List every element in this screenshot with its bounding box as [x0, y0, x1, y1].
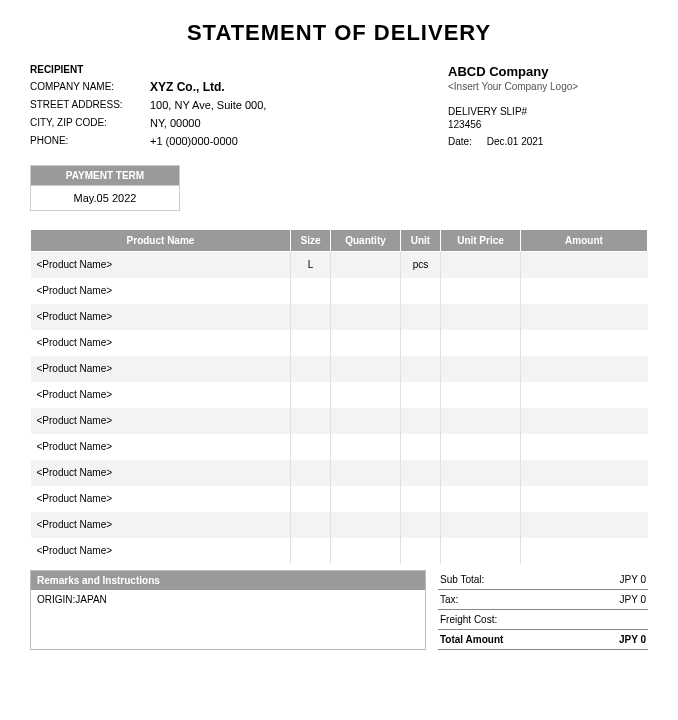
products-table: Product Name Size Quantity Unit Unit Pri… — [30, 229, 648, 564]
table-row: <Product Name> — [31, 330, 648, 356]
size-cell — [291, 356, 331, 382]
unit-price-cell — [441, 512, 521, 538]
delivery-slip-number: 123456 — [448, 119, 648, 130]
date-label: Date: — [448, 136, 472, 147]
product-name-cell: <Product Name> — [31, 486, 291, 512]
quantity-cell — [331, 304, 401, 330]
totals-block: Sub Total: JPY 0 Tax: JPY 0 Freight Cost… — [438, 570, 648, 650]
size-cell — [291, 382, 331, 408]
unit-price-cell — [441, 434, 521, 460]
city-zip-label: CITY, ZIP CODE: — [30, 115, 150, 131]
freight-label: Freight Cost: — [440, 614, 497, 625]
product-name-cell: <Product Name> — [31, 538, 291, 564]
quantity-cell — [331, 330, 401, 356]
payment-term-header: PAYMENT TERM — [30, 165, 180, 186]
amount-cell — [521, 330, 648, 356]
size-cell — [291, 434, 331, 460]
quantity-cell — [331, 382, 401, 408]
size-cell — [291, 408, 331, 434]
unit-price-cell — [441, 408, 521, 434]
table-row: <Product Name> — [31, 538, 648, 564]
table-row: <Product Name> — [31, 434, 648, 460]
amount-cell — [521, 538, 648, 564]
col-product-name: Product Name — [31, 230, 291, 252]
size-cell — [291, 538, 331, 564]
size-cell — [291, 304, 331, 330]
bottom-section: Remarks and Instructions ORIGIN:JAPAN Su… — [30, 570, 648, 650]
size-cell — [291, 278, 331, 304]
table-row: <Product Name> — [31, 512, 648, 538]
unit-price-cell — [441, 278, 521, 304]
product-name-cell: <Product Name> — [31, 408, 291, 434]
unit-cell — [401, 356, 441, 382]
amount-cell — [521, 486, 648, 512]
table-row: <Product Name> — [31, 486, 648, 512]
city-zip-value: NY, 00000 — [150, 115, 201, 131]
subtotal-value: JPY 0 — [620, 574, 647, 585]
logo-placeholder: <Insert Your Company Logo> — [448, 81, 648, 92]
phone-label: PHONE: — [30, 133, 150, 149]
table-row: <Product Name> — [31, 408, 648, 434]
quantity-cell — [331, 434, 401, 460]
amount-cell — [521, 304, 648, 330]
remarks-body: ORIGIN:JAPAN — [31, 590, 425, 644]
document-title: STATEMENT OF DELIVERY — [30, 20, 648, 46]
product-name-cell: <Product Name> — [31, 252, 291, 278]
table-row: <Product Name> — [31, 460, 648, 486]
company-name-value: XYZ Co., Ltd. — [150, 79, 225, 95]
quantity-cell — [331, 356, 401, 382]
product-name-cell: <Product Name> — [31, 460, 291, 486]
table-row: <Product Name> — [31, 382, 648, 408]
header-section: RECIPIENT COMPANY NAME: XYZ Co., Ltd. ST… — [30, 64, 648, 151]
amount-cell — [521, 460, 648, 486]
recipient-block: RECIPIENT COMPANY NAME: XYZ Co., Ltd. ST… — [30, 64, 448, 151]
table-row: <Product Name>Lpcs — [31, 252, 648, 278]
product-name-cell: <Product Name> — [31, 304, 291, 330]
col-quantity: Quantity — [331, 230, 401, 252]
unit-price-cell — [441, 486, 521, 512]
quantity-cell — [331, 512, 401, 538]
payment-term-value: May.05 2022 — [30, 186, 180, 211]
amount-cell — [521, 382, 648, 408]
unit-cell — [401, 538, 441, 564]
unit-cell — [401, 330, 441, 356]
unit-price-cell — [441, 356, 521, 382]
table-row: <Product Name> — [31, 356, 648, 382]
size-cell — [291, 486, 331, 512]
unit-cell — [401, 304, 441, 330]
unit-cell: pcs — [401, 252, 441, 278]
unit-price-cell — [441, 460, 521, 486]
product-name-cell: <Product Name> — [31, 382, 291, 408]
product-name-cell: <Product Name> — [31, 330, 291, 356]
tax-label: Tax: — [440, 594, 458, 605]
unit-price-cell — [441, 252, 521, 278]
unit-price-cell — [441, 538, 521, 564]
recipient-section-label: RECIPIENT — [30, 64, 448, 75]
amount-cell — [521, 408, 648, 434]
total-amount-label: Total Amount — [440, 634, 503, 645]
amount-cell — [521, 278, 648, 304]
unit-cell — [401, 408, 441, 434]
unit-cell — [401, 278, 441, 304]
payment-term-box: PAYMENT TERM May.05 2022 — [30, 165, 180, 211]
street-address-value: 100, NY Ave, Suite 000, — [150, 97, 266, 113]
col-size: Size — [291, 230, 331, 252]
unit-price-cell — [441, 330, 521, 356]
size-cell: L — [291, 252, 331, 278]
amount-cell — [521, 356, 648, 382]
tax-value: JPY 0 — [620, 594, 647, 605]
size-cell — [291, 460, 331, 486]
phone-value: +1 (000)000-0000 — [150, 133, 238, 149]
sender-company-name: ABCD Company — [448, 64, 648, 79]
col-amount: Amount — [521, 230, 648, 252]
unit-cell — [401, 460, 441, 486]
company-name-label: COMPANY NAME: — [30, 79, 150, 95]
product-name-cell: <Product Name> — [31, 278, 291, 304]
table-row: <Product Name> — [31, 304, 648, 330]
total-amount-value: JPY 0 — [619, 634, 646, 645]
product-name-cell: <Product Name> — [31, 434, 291, 460]
delivery-slip-label: DELIVERY SLIP# — [448, 106, 648, 117]
quantity-cell — [331, 460, 401, 486]
table-row: <Product Name> — [31, 278, 648, 304]
amount-cell — [521, 512, 648, 538]
